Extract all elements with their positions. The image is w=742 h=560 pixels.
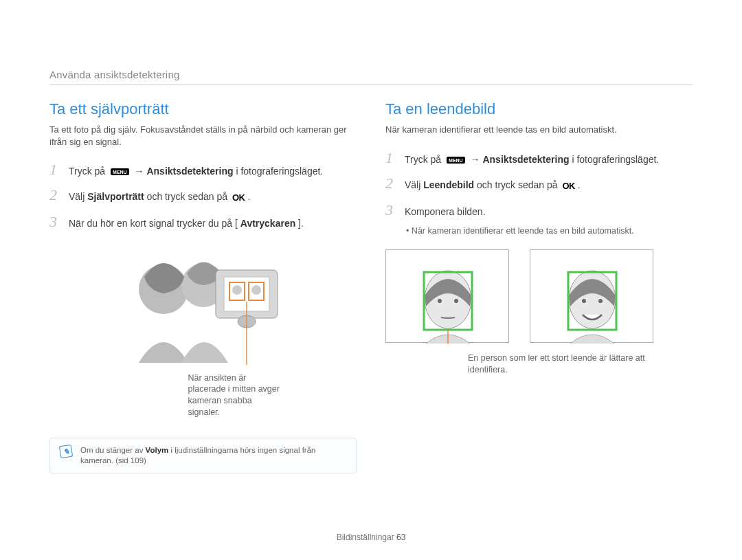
step-text: och tryck sedan på <box>147 191 230 202</box>
svg-point-17 <box>598 299 603 303</box>
step-number: 2 <box>385 176 398 191</box>
page-footer: Bildinställningar 63 <box>0 533 742 542</box>
face-smiling <box>530 249 653 343</box>
step-text: ]. <box>298 218 304 229</box>
svg-point-11 <box>438 299 442 303</box>
step-text: . <box>578 179 581 190</box>
step-text: . <box>247 191 250 202</box>
page-number: 63 <box>396 533 405 542</box>
note-box: ✎ Om du stänger av Volym i ljudinställni… <box>49 438 357 473</box>
ok-icon: OK <box>232 192 245 203</box>
illustration-caption: När ansikten är placerade i mitten avger… <box>188 372 286 419</box>
svg-point-16 <box>582 299 586 303</box>
breadcrumb: Använda ansiktsdetektering <box>49 69 693 85</box>
step-3-right: 3 Komponera bilden. <box>385 198 693 223</box>
section-smile-shot: Ta en leendebild När kameran identifiera… <box>385 100 693 473</box>
ok-icon: OK <box>562 181 575 191</box>
selfie-svg <box>121 243 286 366</box>
step-list-left: 1 Tryck på MENU → Ansiktsdetektering i f… <box>49 157 357 235</box>
section-self-portrait: Ta ett självporträtt Ta ett foto på dig … <box>49 100 357 473</box>
step-text: Välj <box>405 179 423 190</box>
step-text: Komponera bilden. <box>405 205 693 219</box>
step-bold: Ansiktsdetektering <box>482 154 569 165</box>
step-text: → <box>135 166 147 177</box>
step-number: 3 <box>385 203 398 218</box>
step-text: → <box>471 154 483 165</box>
step-text: Tryck på <box>405 154 444 165</box>
step-bold: Leendebild <box>423 179 474 190</box>
heading-self-portrait: Ta ett självporträtt <box>49 100 357 118</box>
step-number: 3 <box>49 214 62 229</box>
footer-label: Bildinställningar <box>337 533 396 542</box>
step-number: 1 <box>49 162 62 177</box>
step-bold: Avtryckaren <box>240 218 295 229</box>
step-bold: Ansiktsdetektering <box>146 166 233 177</box>
step-2-right: 2 Välj Leendebild och tryck sedan på OK … <box>385 171 693 198</box>
step-text: och tryck sedan på <box>477 179 560 190</box>
svg-point-8 <box>251 285 261 295</box>
columns: Ta ett självporträtt Ta ett foto på dig … <box>49 100 693 473</box>
menu-icon: MENU <box>111 168 129 175</box>
sub-bullet: När kameran identifierar ett leende tas … <box>406 226 693 236</box>
step-text: i fotograferingsläget. <box>236 166 323 177</box>
step-text: När du hör en kort signal trycker du på … <box>69 218 238 229</box>
heading-smile-shot: Ta en leendebild <box>385 100 693 118</box>
step-number: 2 <box>49 188 62 203</box>
note-icon: ✎ <box>59 445 73 458</box>
step-bold: Självporträtt <box>87 191 144 202</box>
step-1-right: 1 Tryck på MENU → Ansiktsdetektering i f… <box>385 146 693 171</box>
page-content: Använda ansiktsdetektering Ta ett självp… <box>0 0 742 473</box>
illustration-selfie: När ansikten är placerade i mitten avger… <box>121 243 286 419</box>
step-3-left: 3 När du hör en kort signal trycker du p… <box>49 210 357 235</box>
svg-point-12 <box>454 299 458 303</box>
face-neutral <box>385 249 509 343</box>
step-text: Välj <box>69 191 87 202</box>
menu-icon: MENU <box>447 157 465 164</box>
face-examples <box>385 249 693 343</box>
intro-smile-shot: När kameran identifierar ett leende tas … <box>385 124 693 136</box>
step-number: 1 <box>385 150 398 166</box>
intro-self-portrait: Ta ett foto på dig själv. Fokusavståndet… <box>49 124 357 148</box>
face-caption: En person som ler ett stort leende är lä… <box>468 352 660 376</box>
step-list-right: 1 Tryck på MENU → Ansiktsdetektering i f… <box>385 146 693 223</box>
step-1-left: 1 Tryck på MENU → Ansiktsdetektering i f… <box>49 157 357 183</box>
step-2-left: 2 Välj Självporträtt och tryck sedan på … <box>49 183 357 210</box>
note-text: Om du stänger av Volym i ljudinställning… <box>80 445 346 466</box>
step-text: i fotograferingsläget. <box>572 154 659 165</box>
svg-point-6 <box>232 285 242 295</box>
step-text: Tryck på <box>69 166 108 177</box>
